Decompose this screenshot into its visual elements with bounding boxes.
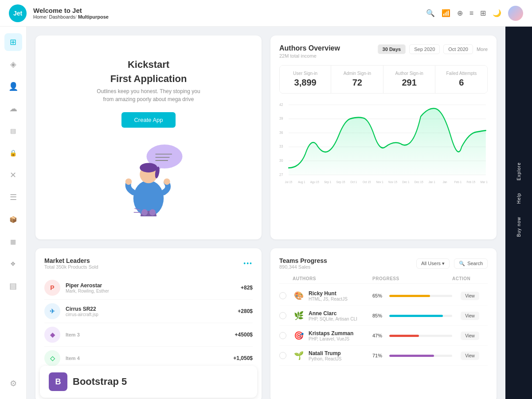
sidebar-item-settings[interactable]: ⚙ [4,375,22,392]
market-sub-1: Mark, Rowling, Esther [66,289,241,293]
sidebar-item-layers[interactable]: ◈ [4,55,22,73]
authors-card-header: Authors Overview 22M total income 30 Day… [279,44,488,59]
svg-text:Sep 1: Sep 1 [324,180,331,184]
team-avatar-0: 🎨 [293,289,305,302]
sidebar-item-lines[interactable]: ☰ [4,188,22,206]
team-pct-0: 65% [372,293,386,298]
teams-search[interactable]: 🔍 Search [454,258,488,269]
explore-button[interactable]: Explore [513,157,525,186]
sidebar-item-chart[interactable]: ▤ [4,122,22,140]
team-info-1: 🌿 Anne Clarc PHP, SQLite, Artisan CLI [293,309,372,322]
kickstart-title-line2: First Application [110,73,187,85]
options-icon[interactable]: ⊕ [457,9,463,17]
authors-overview-card: Authors Overview 22M total income 30 Day… [270,35,497,239]
bottom-grid: Market Leaders Total 350k Products Sold … [35,248,497,399]
svg-text:Agu 15: Agu 15 [310,180,319,184]
team-view-btn-2[interactable]: View [461,332,479,340]
breadcrumb-dashboards[interactable]: Dashboards [49,14,75,20]
team-avatar-2: 🎯 [293,329,305,342]
market-leaders-more[interactable]: ••• [243,260,253,267]
team-view-btn-0[interactable]: View [461,292,479,300]
kickstart-description: Outlines keep you honest. They stoping y… [95,87,202,103]
team-fill-2 [389,335,419,337]
svg-point-14 [149,209,156,215]
breadcrumb-home[interactable]: Home [33,14,46,20]
market-leaders-titles: Market Leaders Total 350k Products Sold [44,257,98,270]
team-fill-1 [389,315,443,317]
team-progress-1: 85% [372,313,452,318]
stats-row: User Sign-in 3,899 Admin Sign-in 72 Auth… [279,65,488,94]
team-info-0: 🎨 Ricky Hunt HTML, JS, ReactJS [293,289,372,302]
market-leaders-header: Market Leaders Total 350k Products Sold … [44,257,253,270]
team-pct-1: 85% [372,313,386,318]
stat-user-signin-label: User Sign-in [284,71,326,76]
market-name-1: Piper Aerostar [66,282,241,289]
sidebar-item-close[interactable]: ✕ [4,166,22,184]
market-info-3: Item 3 [66,332,235,337]
team-bar-1 [389,315,452,317]
filter-oct2020[interactable]: Oct 2020 [443,44,473,54]
buy-now-button[interactable]: Buy now [513,211,525,242]
create-app-button[interactable]: Create App [121,112,175,128]
team-progress-0: 65% [372,293,452,298]
stat-user-signin: User Sign-in 3,899 [280,66,331,93]
stat-author-signin-value: 291 [388,78,430,88]
teams-col-headers: AUTHORS PROGRESS ACTION [279,274,488,284]
team-row-2: 🎯 Kristaps Zumman PHP, Laravel, VueJS 47… [279,326,488,346]
market-logo-2: ✈ [44,303,60,319]
team-fill-0 [389,295,430,297]
market-info-2: Cirrus SR22 cirrus-aircraft.jsp [66,306,238,317]
sidebar-item-user[interactable]: 👤 [4,78,22,95]
svg-text:Oct 15: Oct 15 [363,180,371,184]
header-actions: 🔍 📶 ⊕ ≡ ⊞ 🌙 [426,6,523,21]
svg-text:36: 36 [279,130,283,135]
grid-view-icon[interactable]: ⊞ [480,9,486,17]
team-view-btn-3[interactable]: View [461,352,479,360]
illustration [109,137,188,216]
stat-admin-signin-label: Admin Sign-in [336,71,378,76]
avatar[interactable] [508,6,523,21]
team-view-btn-1[interactable]: View [461,312,479,320]
svg-text:33: 33 [279,144,283,149]
team-info-2: 🎯 Kristaps Zumman PHP, Laravel, VueJS [293,329,372,342]
stat-admin-signin: Admin Sign-in 72 [332,66,383,93]
sidebar-item-cloud[interactable]: ☁ [4,100,22,117]
market-name-3: Item 3 [66,332,235,337]
authors-chart: 42 39 36 33 30 27 [279,100,488,189]
search-icon[interactable]: 🔍 [426,9,435,17]
page-title: Welcome to Jet [33,7,426,14]
team-check-2 [279,332,293,339]
market-logo-3: ◆ [44,327,60,343]
market-name-2: Cirrus SR22 [66,306,238,312]
team-row-0: 🎨 Ricky Hunt HTML, JS, ReactJS 65% View [279,286,488,306]
breadcrumb-current: Multipurpose [78,14,109,20]
menu-icon[interactable]: ≡ [469,9,473,17]
sidebar-item-box[interactable]: 📦 [4,211,22,228]
market-info-4: Item 4 [66,356,233,361]
filter-more[interactable]: More [477,47,488,52]
sidebar-item-puzzle[interactable]: ❖ [4,255,22,273]
sidebar-item-grid[interactable]: ⊞ [4,33,22,51]
filter-30days[interactable]: 30 Days [378,44,406,54]
help-button[interactable]: Help [513,188,525,209]
team-details-2: Kristaps Zumman PHP, Laravel, VueJS [309,330,353,341]
analytics-icon[interactable]: 📶 [442,9,450,17]
team-check-3 [279,352,293,359]
team-action-2: View [452,331,488,340]
sidebar-item-calendar[interactable]: ▦ [4,233,22,250]
team-name-3: Natali Trump [309,350,341,356]
svg-point-10 [125,178,132,184]
authors-card-titles: Authors Overview 22M total income [279,44,340,59]
market-name-4: Item 4 [66,356,233,361]
teams-user-select[interactable]: All Users ▾ [416,258,450,269]
svg-text:39: 39 [279,116,283,121]
market-item-2: ✈ Cirrus SR22 cirrus-aircraft.jsp +280$ [44,300,253,323]
theme-toggle-icon[interactable]: 🌙 [493,9,501,17]
sidebar-item-template[interactable]: ▤ [4,277,22,295]
sidebar-item-lock[interactable]: 🔒 [4,144,22,162]
logo[interactable]: Jet [9,4,27,22]
filter-sep2020[interactable]: Sep 2020 [409,44,440,54]
stat-failed-value: 6 [440,78,483,88]
svg-text:Nov 1: Nov 1 [376,180,383,184]
team-stack-2: PHP, Laravel, VueJS [309,336,353,341]
